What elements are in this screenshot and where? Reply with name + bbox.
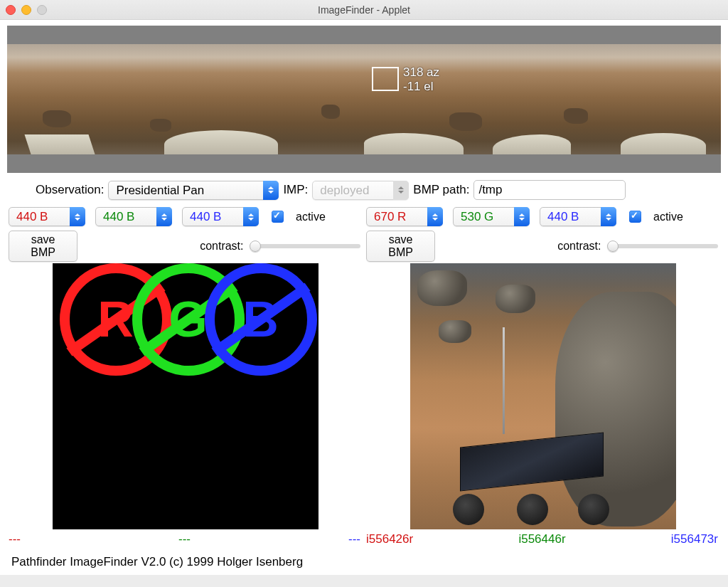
right-save-bmp-button[interactable]: save BMP: [366, 231, 435, 262]
terrain-decoration: [164, 130, 278, 154]
terrain-decoration: [25, 134, 97, 154]
bmp-path-input[interactable]: [473, 180, 626, 200]
window-title: ImageFinder - Applet: [0, 4, 728, 16]
terrain-decoration: [621, 133, 706, 154]
no-image-placeholder: R G B: [53, 263, 318, 391]
mars-image: [410, 263, 676, 529]
panorama-frame: 318 az -11 el: [7, 26, 721, 173]
right-active-label: active: [653, 211, 683, 223]
right-label-g: i556446r: [518, 532, 565, 546]
left-active-checkbox[interactable]: [272, 211, 284, 223]
left-filter-g[interactable]: 440 B: [95, 207, 172, 226]
zoom-icon[interactable]: [37, 5, 47, 15]
panorama-selection-box[interactable]: [372, 67, 399, 91]
terrain-decoration: [321, 105, 340, 119]
terrain-decoration: [493, 134, 571, 154]
elevation-readout: -11 el: [403, 80, 439, 94]
imp-label: IMP:: [283, 183, 308, 197]
right-label-r: i556426r: [366, 532, 413, 546]
terrain-decoration: [43, 110, 71, 127]
right-label-b: i556473r: [671, 532, 718, 546]
left-contrast-row: save BMP contrast:: [9, 231, 362, 262]
observation-select[interactable]: Presidential Pan: [108, 181, 279, 200]
right-panel: 670 R 530 G 440 B active save BMP contra…: [366, 207, 719, 546]
right-filter-r[interactable]: 670 R: [366, 207, 443, 226]
b-placeholder-icon: B: [205, 263, 317, 376]
app-window: ImageFinder - Applet 318 az -11 el: [0, 0, 728, 587]
terrain-decoration: [449, 112, 482, 131]
panorama-readout: 318 az -11 el: [403, 65, 439, 94]
left-label-r: ---: [9, 532, 21, 546]
left-image-labels: --- --- ---: [9, 529, 362, 546]
azimuth-readout: 318 az: [403, 65, 439, 80]
observation-select-wrap: Presidential Pan: [108, 181, 279, 200]
right-filter-row: 670 R 530 G 440 B active: [366, 207, 719, 226]
content-area: 318 az -11 el Observation: Presidential …: [0, 20, 728, 575]
window-controls: [6, 5, 47, 15]
observation-controls: Observation: Presidential Pan IMP: deplo…: [7, 173, 721, 206]
titlebar[interactable]: ImageFinder - Applet: [0, 0, 728, 20]
right-filter-b[interactable]: 440 B: [540, 207, 616, 226]
left-panel: 440 B 440 B 440 B active save BMP contra…: [9, 207, 362, 546]
image-decoration: [417, 270, 467, 306]
right-contrast-label: contrast:: [557, 240, 601, 253]
observation-label: Observation:: [36, 183, 104, 197]
left-filter-r[interactable]: 440 B: [9, 207, 85, 226]
left-contrast-slider[interactable]: [250, 244, 361, 248]
right-filter-g[interactable]: 530 G: [453, 207, 530, 226]
image-decoration: [439, 320, 471, 343]
bmp-path-label: BMP path:: [413, 183, 469, 197]
minimize-icon[interactable]: [21, 5, 31, 15]
right-contrast-slider[interactable]: [607, 244, 719, 248]
footer-text: Pathfinder ImageFinder V2.0 (c) 1999 Hol…: [7, 546, 721, 575]
left-save-bmp-button[interactable]: save BMP: [9, 231, 77, 262]
image-decoration: [503, 327, 505, 434]
right-image-view[interactable]: [410, 263, 676, 529]
image-panels: 440 B 440 B 440 B active save BMP contra…: [7, 206, 721, 546]
terrain-decoration: [364, 133, 464, 154]
left-contrast-label: contrast:: [200, 240, 243, 253]
rover-icon: [453, 433, 616, 525]
left-label-g: ---: [178, 532, 191, 546]
right-active-checkbox[interactable]: [629, 211, 641, 223]
close-icon[interactable]: [6, 5, 16, 15]
left-active-label: active: [296, 211, 326, 223]
right-image-labels: i556426r i556446r i556473r: [366, 529, 719, 546]
terrain-decoration: [150, 119, 171, 132]
left-image-view[interactable]: R G B: [53, 263, 318, 529]
terrain-decoration: [564, 108, 588, 124]
right-contrast-row: save BMP contrast:: [366, 231, 719, 262]
panorama-image[interactable]: 318 az -11 el: [7, 44, 721, 154]
left-filter-row: 440 B 440 B 440 B active: [9, 207, 362, 226]
left-label-b: ---: [348, 532, 360, 546]
imp-select: deployed: [312, 181, 409, 200]
left-filter-b[interactable]: 440 B: [182, 207, 259, 226]
imp-select-wrap: deployed: [312, 181, 409, 200]
image-decoration: [496, 285, 535, 313]
